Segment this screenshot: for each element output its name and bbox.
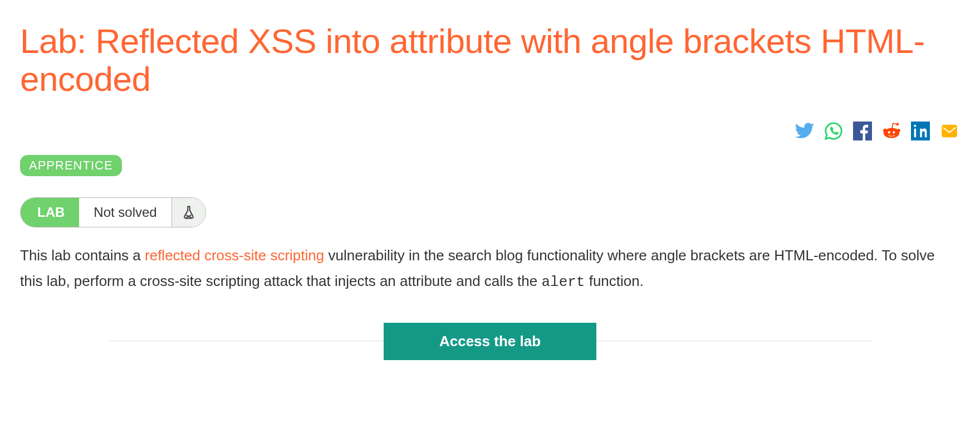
- alert-code: alert: [541, 274, 585, 290]
- access-lab-button[interactable]: Access the lab: [384, 323, 596, 360]
- lab-status-pill: LAB Not solved: [20, 197, 206, 227]
- svg-rect-2: [942, 125, 957, 138]
- facebook-icon[interactable]: [852, 120, 873, 142]
- share-row: [20, 115, 960, 155]
- twitter-icon[interactable]: [794, 120, 815, 142]
- level-badge: APPRENTICE: [20, 155, 122, 176]
- lab-tag: LAB: [21, 198, 79, 227]
- linkedin-icon[interactable]: [910, 120, 931, 142]
- email-icon[interactable]: [939, 120, 960, 142]
- page-title: Lab: Reflected XSS into attribute with a…: [20, 22, 960, 98]
- cta-section: Access the lab: [20, 323, 960, 360]
- description-text-tail: function.: [585, 273, 644, 289]
- whatsapp-icon[interactable]: [823, 120, 844, 142]
- lab-description: This lab contains a reflected cross-site…: [20, 243, 960, 295]
- reflected-xss-link[interactable]: reflected cross-site scripting: [145, 247, 324, 264]
- flask-icon: [172, 198, 205, 227]
- reddit-icon[interactable]: [881, 120, 902, 142]
- lab-status-text: Not solved: [79, 198, 171, 227]
- description-text-pre: This lab contains a: [20, 247, 145, 264]
